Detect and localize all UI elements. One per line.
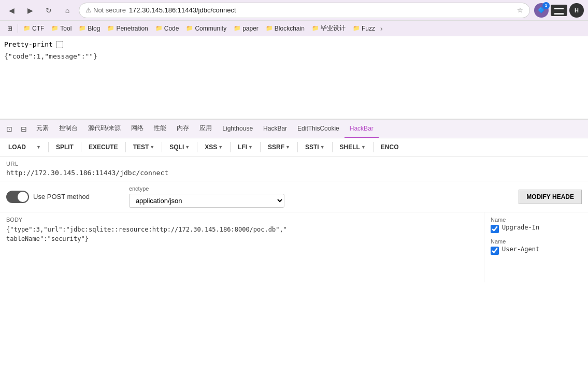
home-button[interactable]: ⌂	[60, 3, 75, 18]
pretty-print-row: Pretty-print	[4, 40, 584, 48]
forward-button[interactable]: ▶	[23, 3, 37, 18]
tab-hackbar-1[interactable]: HackBar	[258, 120, 292, 138]
warning-icon: ⚠	[85, 6, 92, 14]
dropdown-arrow-icon: ▼	[36, 145, 41, 150]
body-section: Body {"type":3,"url":"jdbc:sqlite::resou…	[0, 212, 484, 282]
headers-panel: Name Upgrade-In Name User-Agent	[484, 212, 588, 282]
enco-button[interactable]: ENCO	[377, 141, 403, 153]
inspect-element-button[interactable]: ⊡	[2, 122, 17, 136]
bookmark-icon[interactable]: ☆	[517, 6, 523, 14]
post-method-toggle[interactable]	[6, 191, 29, 203]
folder-icon: 📁	[312, 25, 319, 32]
xss-button[interactable]: XSS ▼	[200, 141, 227, 153]
body-textarea[interactable]: {"type":3,"url":"jdbc:sqlite::resource:h…	[6, 225, 478, 277]
dropdown-arrow-icon: ▼	[248, 145, 253, 150]
tab-performance[interactable]: 性能	[149, 120, 171, 138]
post-method-label: Use POST method	[33, 193, 90, 200]
pretty-print-label: Pretty-print	[4, 40, 53, 48]
header-item-useragent: Name User-Agent	[491, 238, 582, 255]
tab-editthiscookie[interactable]: EditThisCookie	[292, 120, 345, 138]
separator	[230, 142, 231, 152]
extension-icon-2[interactable]: ▬▬▬▬	[551, 5, 567, 16]
pretty-print-checkbox[interactable]	[56, 41, 63, 48]
execute-button[interactable]: EXECUTE	[84, 141, 122, 153]
dropdown-arrow-icon: ▼	[361, 145, 366, 150]
ssrf-button[interactable]: SSRF ▼	[264, 141, 294, 153]
extension-icon-3[interactable]: H	[569, 3, 584, 18]
enctype-section: enctype application/json application/x-w…	[129, 185, 284, 208]
separator	[332, 142, 333, 152]
address-bar[interactable]: ⚠ Not secure 172.30.145.186:11443/jdbc/c…	[79, 3, 530, 18]
post-method-toggle-group: Use POST method	[6, 191, 90, 203]
enctype-label: enctype	[129, 185, 284, 192]
device-mode-button[interactable]: ⊟	[17, 122, 31, 136]
header-checkbox-1[interactable]	[491, 225, 499, 233]
reload-button[interactable]: ↻	[41, 3, 56, 18]
dropdown-arrow-icon: ▼	[218, 145, 223, 150]
load-button[interactable]: LOAD	[4, 141, 30, 153]
url-label: URL	[6, 161, 582, 167]
folder-icon: 📁	[23, 25, 31, 32]
folder-icon: 📁	[155, 25, 163, 32]
header-name-label-2: Name	[491, 238, 582, 245]
folder-icon: 📁	[79, 25, 86, 32]
extension-icon-1[interactable]: 🔷 1	[534, 3, 549, 18]
tab-application[interactable]: 应用	[194, 120, 217, 138]
bookmark-ctf[interactable]: 📁 CTF	[20, 23, 47, 34]
body-label: Body	[6, 217, 478, 223]
browser-extension-icons: 🔷 1 ▬▬▬▬ H	[534, 3, 584, 18]
load-dropdown-button[interactable]: ▼	[32, 142, 45, 152]
tab-network[interactable]: 网络	[126, 120, 149, 138]
folder-icon: 📁	[107, 25, 114, 32]
back-button[interactable]: ◀	[4, 3, 19, 18]
bookmark-community[interactable]: 📁 Community	[183, 23, 230, 34]
header-value-1: Upgrade-In	[502, 224, 539, 231]
bookmark-blockchain[interactable]: 📁 Blockchain	[263, 23, 308, 34]
bookmarks-bar: ⊞ 📁 CTF 📁 Tool 📁 Blog 📁 Penetration 📁 Co…	[0, 21, 588, 36]
sqli-button[interactable]: SQLI ▼	[165, 141, 194, 153]
devtools: ⊡ ⊟ 元素 控制台 源代码/来源 网络 性能 内存 应用 Lighthouse…	[0, 119, 588, 282]
header-name-label-1: Name	[491, 217, 582, 223]
tab-console[interactable]: 控制台	[54, 120, 83, 138]
split-button[interactable]: SPLIT	[52, 141, 78, 153]
header-checkbox-2[interactable]	[491, 247, 499, 255]
tab-hackbar-active[interactable]: HackBar	[345, 120, 379, 138]
enctype-select[interactable]: application/json application/x-www-form-…	[129, 194, 284, 208]
folder-icon: 📁	[266, 25, 273, 32]
separator	[125, 142, 126, 152]
separator	[162, 142, 162, 152]
separator	[81, 142, 81, 152]
header-value-2: User-Agent	[502, 246, 539, 253]
ssti-button[interactable]: SSTI ▼	[301, 141, 329, 153]
shell-button[interactable]: SHELL ▼	[336, 141, 370, 153]
bookmark-penetration[interactable]: 📁 Penetration	[104, 23, 151, 34]
page-content: Pretty-print {"code":1,"message":""}	[0, 36, 588, 119]
header-row-2: User-Agent	[491, 246, 582, 255]
folder-icon: 📁	[234, 25, 241, 32]
bookmark-thesis[interactable]: 📁 毕业设计	[309, 22, 349, 34]
url-value[interactable]: http://172.30.145.186:11443/jdbc/connect	[6, 169, 582, 177]
security-indicator: ⚠ Not secure	[85, 6, 126, 14]
modify-headers-button[interactable]: MODIFY HEADE	[519, 190, 582, 204]
hackbar-toolbar: LOAD ▼ SPLIT EXECUTE TEST ▼ SQLI ▼ XSS ▼	[0, 138, 588, 156]
browser-chrome: ◀ ▶ ↻ ⌂ ⚠ Not secure 172.30.145.186:1144…	[0, 0, 588, 21]
json-response: {"code":1,"message":""}	[4, 52, 584, 60]
grid-icon[interactable]: ⊞	[4, 23, 16, 34]
lfi-button[interactable]: LFI ▼	[234, 141, 257, 153]
tab-lighthouse[interactable]: Lighthouse	[217, 120, 258, 138]
bookmark-paper[interactable]: 📁 paper	[231, 23, 262, 34]
bookmark-code[interactable]: 📁 Code	[152, 23, 182, 34]
bookmark-blog[interactable]: 📁 Blog	[76, 23, 103, 34]
separator	[48, 142, 49, 152]
header-row-1: Upgrade-In	[491, 224, 582, 233]
separator	[373, 142, 374, 152]
tab-sources[interactable]: 源代码/来源	[83, 120, 126, 138]
bookmark-fuzz[interactable]: 📁 Fuzz	[350, 23, 378, 34]
tab-memory[interactable]: 内存	[171, 120, 194, 138]
url-section: URL http://172.30.145.186:11443/jdbc/con…	[0, 156, 588, 181]
test-button[interactable]: TEST ▼	[129, 141, 159, 153]
separator	[260, 142, 261, 152]
bookmark-tool[interactable]: 📁 Tool	[48, 23, 75, 34]
body-headers-section: Body {"type":3,"url":"jdbc:sqlite::resou…	[0, 212, 588, 282]
tab-elements[interactable]: 元素	[31, 120, 54, 138]
